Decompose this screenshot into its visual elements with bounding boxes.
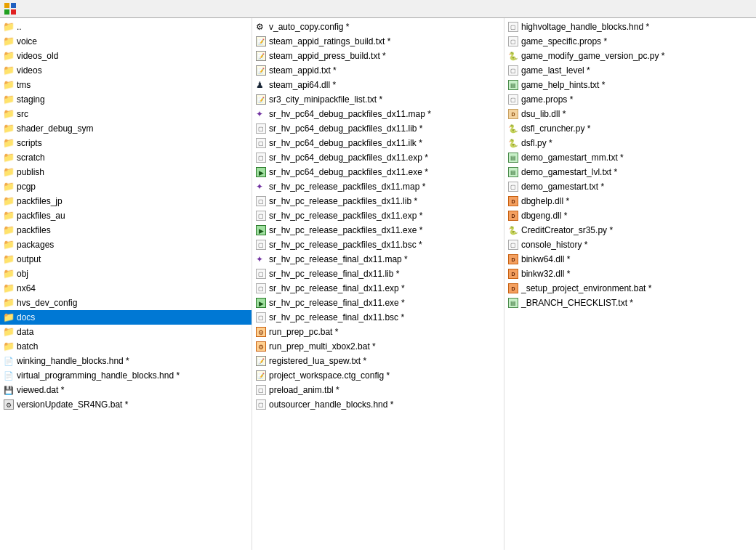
list-item[interactable]: ▢highvoltage_handle_blocks.hnd * bbox=[504, 20, 756, 34]
file-label: sr_hv_pc64_debug_packfiles_dx11.lib * bbox=[269, 122, 422, 135]
list-item[interactable]: 🐍dsfl_cruncher.py * bbox=[504, 121, 756, 136]
list-item[interactable]: ▢sr_hv_pc_release_final_dx11.lib * bbox=[252, 267, 504, 281]
file-label: v_auto_copy.config * bbox=[269, 20, 350, 33]
list-item[interactable]: ▢sr_hv_pc64_debug_packfiles_dx11.exp * bbox=[252, 150, 504, 165]
list-item[interactable]: ▢game_specific.props * bbox=[504, 34, 756, 49]
list-item[interactable]: ♟steam_api64.dll * bbox=[252, 78, 504, 92]
list-item[interactable]: 📝registered_lua_spew.txt * bbox=[252, 354, 504, 368]
list-item[interactable]: 📁output bbox=[0, 252, 252, 267]
file-label: sr_hv_pc_release_packfiles_dx11.map * bbox=[269, 180, 425, 193]
list-item[interactable]: ▤game_help_hints.txt * bbox=[504, 78, 756, 92]
list-item[interactable]: ▢game.props * bbox=[504, 92, 756, 107]
list-item[interactable]: ▢sr_hv_pc_release_final_dx11.bsc * bbox=[252, 310, 504, 325]
list-item[interactable]: ▶sr_hv_pc64_debug_packfiles_dx11.exe * bbox=[252, 165, 504, 179]
list-item[interactable]: 📁videos bbox=[0, 63, 252, 78]
list-item[interactable]: ▤demo_gamestart_mm.txt * bbox=[504, 150, 756, 165]
list-item[interactable]: 💾viewed.dat * bbox=[0, 383, 252, 397]
app-icon bbox=[4, 3, 16, 15]
title-bar bbox=[0, 0, 756, 18]
list-item[interactable]: ▢sr_hv_pc64_debug_packfiles_dx11.lib * bbox=[252, 121, 504, 136]
list-item[interactable]: 📁scripts bbox=[0, 136, 252, 150]
file-icon: 📝 bbox=[255, 355, 267, 367]
list-item[interactable]: ▢outsourcer_handle_blocks.hnd * bbox=[252, 397, 504, 412]
list-item[interactable]: 📁videos_old bbox=[0, 49, 252, 63]
list-item[interactable]: 📁data bbox=[0, 325, 252, 339]
file-label: obj bbox=[17, 267, 28, 280]
list-item[interactable]: 📁packfiles bbox=[0, 223, 252, 238]
list-item[interactable]: 📝steam_appid.txt * bbox=[252, 63, 504, 78]
list-item[interactable]: ✦sr_hv_pc_release_final_dx11.map * bbox=[252, 252, 504, 267]
file-label: demo_gamestart_lvl.txt * bbox=[521, 166, 617, 179]
list-item[interactable]: 📁voice bbox=[0, 34, 252, 49]
list-item[interactable]: ⚙run_prep_multi_xbox2.bat * bbox=[252, 339, 504, 354]
list-item[interactable]: ✦sr_hv_pc_release_packfiles_dx11.map * bbox=[252, 179, 504, 194]
list-item[interactable]: 📝steam_appid_ratings_build.txt * bbox=[252, 34, 504, 49]
list-item[interactable]: 🐍dsfl.py * bbox=[504, 136, 756, 150]
file-label: pcgp bbox=[17, 180, 36, 193]
list-item[interactable]: 📁src bbox=[0, 107, 252, 121]
list-item[interactable]: ✦sr_hv_pc64_debug_packfiles_dx11.map * bbox=[252, 107, 504, 121]
list-item[interactable]: Ddbghelp.dll * bbox=[504, 194, 756, 208]
file-icon: 📁 bbox=[3, 152, 15, 163]
list-item[interactable]: 📁shader_debug_sym bbox=[0, 121, 252, 136]
file-icon: 📁 bbox=[3, 195, 15, 207]
file-icon: ▶ bbox=[255, 297, 267, 309]
list-item[interactable]: 🐍CreditCreator_sr35.py * bbox=[504, 223, 756, 238]
list-item[interactable]: Dbinkw32.dll * bbox=[504, 267, 756, 281]
file-label: highvoltage_handle_blocks.hnd * bbox=[521, 20, 649, 33]
list-item[interactable]: ▢sr_hv_pc_release_final_dx11.exp * bbox=[252, 281, 504, 296]
list-item[interactable]: 📁hvs_dev_config bbox=[0, 296, 252, 310]
list-item[interactable]: ⚙versionUpdate_SR4NG.bat * bbox=[0, 397, 252, 412]
list-item[interactable]: 📁packages bbox=[0, 238, 252, 252]
list-item[interactable]: 📁.. bbox=[0, 20, 252, 34]
list-item[interactable]: 📁packfiles_jp bbox=[0, 194, 252, 208]
list-item[interactable]: ▶sr_hv_pc_release_final_dx11.exe * bbox=[252, 296, 504, 310]
list-item[interactable]: ▢sr_hv_pc64_debug_packfiles_dx11.ilk * bbox=[252, 136, 504, 150]
file-icon: 📁 bbox=[3, 297, 15, 309]
list-item[interactable]: ▢sr_hv_pc_release_packfiles_dx11.bsc * bbox=[252, 238, 504, 252]
list-item[interactable]: Dbinkw64.dll * bbox=[504, 252, 756, 267]
file-icon: 📁 bbox=[3, 65, 15, 76]
list-item[interactable]: 📁obj bbox=[0, 267, 252, 281]
list-item[interactable]: Ddsu_lib.dll * bbox=[504, 107, 756, 121]
list-item[interactable]: ▢game_last_level * bbox=[504, 63, 756, 78]
list-item[interactable]: 📁tms bbox=[0, 78, 252, 92]
list-item[interactable]: 📄winking_handle_blocks.hnd * bbox=[0, 354, 252, 368]
list-item[interactable]: 📝steam_appid_press_build.txt * bbox=[252, 49, 504, 63]
list-item[interactable]: ▢sr_hv_pc_release_packfiles_dx11.lib * bbox=[252, 194, 504, 208]
list-item[interactable]: ▤demo_gamestart_lvl.txt * bbox=[504, 165, 756, 179]
file-icon: 📝 bbox=[255, 370, 267, 381]
file-icon: ▶ bbox=[255, 224, 267, 236]
list-item[interactable]: D_setup_project_environment.bat * bbox=[504, 281, 756, 296]
list-item[interactable]: 📝project_workspace.ctg_config * bbox=[252, 368, 504, 383]
file-icon: ▢ bbox=[255, 399, 267, 410]
file-icon: ▢ bbox=[507, 36, 519, 47]
list-item[interactable]: ⚙run_prep_pc.bat * bbox=[252, 325, 504, 339]
list-item[interactable]: 📁pcgp bbox=[0, 179, 252, 194]
list-item[interactable]: ▤_BRANCH_CHECKLIST.txt * bbox=[504, 296, 756, 310]
file-label: sr3_city_minipackfile_list.txt * bbox=[269, 93, 382, 106]
list-item[interactable]: 📁batch bbox=[0, 339, 252, 354]
file-label: sr_hv_pc_release_final_dx11.exp * bbox=[269, 282, 405, 295]
list-item[interactable]: 📄virtual_programming_handle_blocks.hnd * bbox=[0, 368, 252, 383]
list-item[interactable]: ▢sr_hv_pc_release_packfiles_dx11.exp * bbox=[252, 208, 504, 223]
list-item[interactable]: 📁docs bbox=[0, 310, 252, 325]
list-item[interactable]: ▢demo_gamestart.txt * bbox=[504, 179, 756, 194]
file-label: _BRANCH_CHECKLIST.txt * bbox=[521, 296, 633, 309]
file-label: sr_hv_pc64_debug_packfiles_dx11.exp * bbox=[269, 151, 428, 164]
list-item[interactable]: ▶sr_hv_pc_release_packfiles_dx11.exe * bbox=[252, 223, 504, 238]
list-item[interactable]: 📁staging bbox=[0, 92, 252, 107]
list-item[interactable]: Ddbgeng.dll * bbox=[504, 208, 756, 223]
file-icon: ⚙ bbox=[255, 21, 267, 33]
file-icon: ▢ bbox=[255, 283, 267, 294]
list-item[interactable]: ▢preload_anim.tbl * bbox=[252, 383, 504, 397]
list-item[interactable]: 📝sr3_city_minipackfile_list.txt * bbox=[252, 92, 504, 107]
list-item[interactable]: 🐍game_modify_game_version_pc.py * bbox=[504, 49, 756, 63]
list-item[interactable]: ▢console_history * bbox=[504, 238, 756, 252]
list-item[interactable]: 📁packfiles_au bbox=[0, 208, 252, 223]
list-item[interactable]: 📁nx64 bbox=[0, 281, 252, 296]
file-icon: ▢ bbox=[255, 152, 267, 163]
list-item[interactable]: 📁publish bbox=[0, 165, 252, 179]
list-item[interactable]: 📁scratch bbox=[0, 150, 252, 165]
list-item[interactable]: ⚙v_auto_copy.config * bbox=[252, 20, 504, 34]
